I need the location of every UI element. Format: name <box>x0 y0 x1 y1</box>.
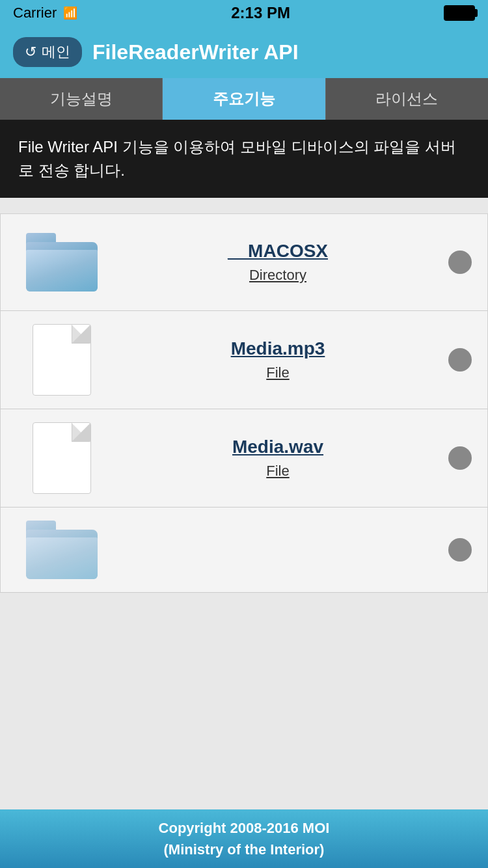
doc-icon-wrap <box>16 324 107 396</box>
document-icon <box>33 324 91 396</box>
file-type: File <box>266 463 289 480</box>
radio-button[interactable] <box>448 538 472 562</box>
carrier-label: Carrier <box>13 5 57 21</box>
footer: Copyright 2008-2016 MOI (Ministry of the… <box>0 809 488 868</box>
doc-fold <box>72 325 90 343</box>
file-list: __MACOSX Directory Media.mp3 File Media.… <box>0 213 488 809</box>
status-left: Carrier 📶 <box>13 5 77 21</box>
back-label: 메인 <box>42 42 70 62</box>
header: ↺ 메인 FileReaderWriter API <box>0 26 488 78</box>
list-item[interactable] <box>0 508 488 593</box>
list-item[interactable]: Media.wav File <box>0 409 488 508</box>
file-info: Media.mp3 File <box>107 338 448 381</box>
back-arrow-icon: ↺ <box>25 44 36 61</box>
list-item[interactable]: __MACOSX Directory <box>0 213 488 311</box>
doc-icon-wrap <box>16 422 107 494</box>
status-bar: Carrier 📶 2:13 PM <box>0 0 488 26</box>
folder-icon-wrap <box>16 521 107 579</box>
tab-license[interactable]: 라이선스 <box>326 78 488 120</box>
battery-icon <box>444 5 475 21</box>
tab-bar: 기능설명 주요기능 라이선스 <box>0 78 488 120</box>
file-name: Media.wav <box>232 437 323 457</box>
doc-fold <box>72 423 90 441</box>
back-button[interactable]: ↺ 메인 <box>13 37 82 67</box>
description-box: File Writer API 기능을 이용하여 모바일 디바이스의 파일을 서… <box>0 120 488 198</box>
file-name: Media.mp3 <box>231 338 325 359</box>
radio-button[interactable] <box>448 251 472 274</box>
footer-line2: (Ministry of the Interior) <box>164 839 325 860</box>
tab-main[interactable]: 주요기능 <box>163 78 325 120</box>
folder-icon <box>26 233 98 292</box>
radio-button[interactable] <box>448 446 472 470</box>
wifi-icon: 📶 <box>63 6 77 20</box>
file-name: __MACOSX <box>228 241 328 262</box>
file-type: Directory <box>249 267 306 284</box>
spacer <box>0 198 488 213</box>
file-type: File <box>266 364 289 381</box>
footer-line1: Copyright 2008-2016 MOI <box>159 817 330 839</box>
file-info: Media.wav File <box>107 437 448 480</box>
folder-icon <box>26 521 98 579</box>
file-info: __MACOSX Directory <box>107 241 448 284</box>
folder-front <box>26 537 98 579</box>
description-text: File Writer API 기능을 이용하여 모바일 디바이스의 파일을 서… <box>18 138 456 179</box>
radio-button[interactable] <box>448 348 472 372</box>
folder-front <box>26 250 98 292</box>
time-display: 2:13 PM <box>231 4 290 22</box>
document-icon <box>33 422 91 494</box>
tab-features[interactable]: 기능설명 <box>0 78 163 120</box>
list-item[interactable]: Media.mp3 File <box>0 311 488 409</box>
header-title: FileReaderWriter API <box>92 40 299 64</box>
folder-icon-wrap <box>16 233 107 292</box>
